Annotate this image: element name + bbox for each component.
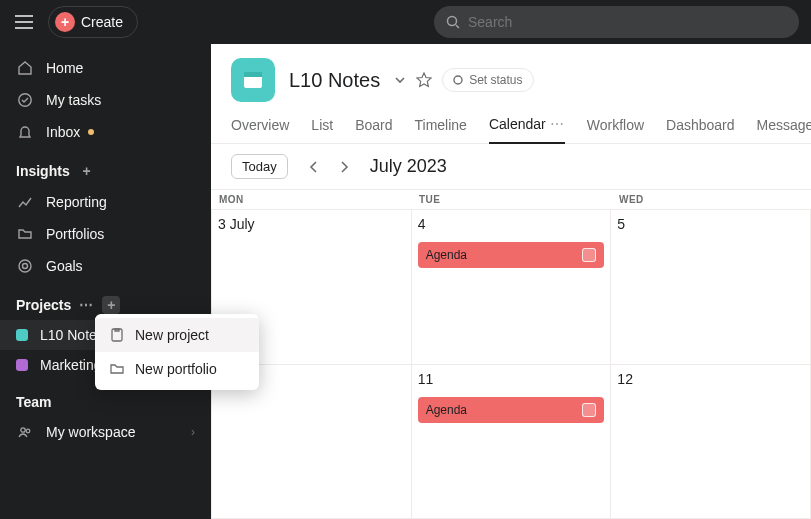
- sidebar-label: Reporting: [46, 194, 107, 210]
- menu-item-new-portfolio[interactable]: New portfolio: [95, 352, 259, 386]
- tab-board[interactable]: Board: [355, 116, 392, 143]
- search-icon: [446, 15, 460, 29]
- calendar-cell[interactable]: 5: [611, 210, 811, 364]
- menu-label: New portfolio: [135, 361, 217, 377]
- tab-dashboard[interactable]: Dashboard: [666, 116, 735, 143]
- project-header: L10 Notes Set status: [211, 44, 811, 102]
- svg-point-2: [19, 260, 31, 272]
- menu-label: New project: [135, 327, 209, 343]
- projects-context-menu: New project New portfolio: [95, 314, 259, 390]
- calendar-cell[interactable]: 11 Agenda: [412, 365, 612, 519]
- calendar-cell[interactable]: 4 Agenda: [412, 210, 612, 364]
- top-bar: + Create: [0, 0, 811, 44]
- tab-overview[interactable]: Overview: [231, 116, 289, 143]
- sidebar-label: Goals: [46, 258, 83, 274]
- svg-point-3: [23, 264, 28, 269]
- sidebar-item-workspace[interactable]: My workspace ›: [0, 416, 211, 448]
- sidebar-label: Home: [46, 60, 83, 76]
- add-insight-button[interactable]: +: [78, 162, 96, 180]
- menu-item-new-project[interactable]: New project: [95, 318, 259, 352]
- month-label: July 2023: [370, 156, 447, 177]
- section-label: Insights: [16, 163, 70, 179]
- svg-point-5: [26, 429, 30, 433]
- tab-calendar[interactable]: Calendar⋯: [489, 116, 565, 144]
- bell-icon: [16, 123, 34, 141]
- people-icon: [16, 423, 34, 441]
- set-status-button[interactable]: Set status: [442, 68, 533, 92]
- today-button[interactable]: Today: [231, 154, 288, 179]
- sidebar: Home My tasks Inbox Insights + Reporting…: [0, 44, 211, 519]
- day-header: TUE: [411, 190, 611, 209]
- search-input[interactable]: [468, 14, 787, 30]
- more-icon[interactable]: ⋯: [550, 116, 565, 132]
- tab-messages[interactable]: Messages: [757, 116, 811, 143]
- check-circle-icon: [16, 91, 34, 109]
- calendar-cell[interactable]: 12: [611, 365, 811, 519]
- task-label: Agenda: [426, 248, 467, 262]
- target-icon: [16, 257, 34, 275]
- sidebar-item-portfolios[interactable]: Portfolios: [0, 218, 211, 250]
- sidebar-item-home[interactable]: Home: [0, 52, 211, 84]
- project-icon: [231, 58, 275, 102]
- calendar-toolbar: Today July 2023: [211, 144, 811, 189]
- sidebar-section-insights: Insights +: [0, 148, 211, 186]
- section-label: Projects: [16, 297, 71, 313]
- project-color-icon: [16, 359, 28, 371]
- sidebar-item-goals[interactable]: Goals: [0, 250, 211, 282]
- circle-icon: [453, 75, 463, 85]
- unread-dot-icon: [88, 129, 94, 135]
- folder-icon: [16, 225, 34, 243]
- menu-toggle-icon[interactable]: [12, 10, 36, 34]
- home-icon: [16, 59, 34, 77]
- main-content: L10 Notes Set status Overview List Board…: [211, 44, 811, 519]
- sidebar-item-mytasks[interactable]: My tasks: [0, 84, 211, 116]
- search-box[interactable]: [434, 6, 799, 38]
- task-chip[interactable]: Agenda: [418, 397, 605, 423]
- sidebar-item-reporting[interactable]: Reporting: [0, 186, 211, 218]
- svg-point-4: [21, 428, 25, 432]
- checkbox-icon[interactable]: [582, 403, 596, 417]
- clipboard-icon: [109, 327, 125, 343]
- status-label: Set status: [469, 73, 522, 87]
- svg-point-1: [19, 94, 31, 106]
- date-label: 5: [617, 216, 804, 232]
- tabs: Overview List Board Timeline Calendar⋯ W…: [211, 102, 811, 144]
- date-label: 12: [617, 371, 804, 387]
- date-label: 11: [418, 371, 605, 387]
- chevron-right-icon: ›: [191, 425, 195, 439]
- svg-rect-7: [244, 72, 262, 77]
- sidebar-label: Inbox: [46, 124, 80, 140]
- day-header: MON: [211, 190, 411, 209]
- checkbox-icon[interactable]: [582, 248, 596, 262]
- create-button[interactable]: + Create: [48, 6, 138, 38]
- sidebar-label: My workspace: [46, 424, 135, 440]
- next-month-button[interactable]: [332, 155, 356, 179]
- plus-icon: +: [55, 12, 75, 32]
- project-title: L10 Notes: [289, 69, 380, 92]
- task-label: Agenda: [426, 403, 467, 417]
- task-chip[interactable]: Agenda: [418, 242, 605, 268]
- section-label: Team: [16, 394, 52, 410]
- sidebar-item-inbox[interactable]: Inbox: [0, 116, 211, 148]
- chart-icon: [16, 193, 34, 211]
- sidebar-label: Portfolios: [46, 226, 104, 242]
- sidebar-label: My tasks: [46, 92, 101, 108]
- add-project-button[interactable]: +: [102, 296, 120, 314]
- sidebar-label: Marketing: [40, 357, 101, 373]
- date-label: 4: [418, 216, 605, 232]
- folder-icon: [109, 361, 125, 377]
- day-header: WED: [611, 190, 811, 209]
- svg-point-0: [448, 17, 457, 26]
- more-icon[interactable]: ⋯: [79, 297, 94, 313]
- tab-list[interactable]: List: [311, 116, 333, 143]
- calendar-day-headers: MON TUE WED: [211, 189, 811, 210]
- prev-month-button[interactable]: [302, 155, 326, 179]
- tab-timeline[interactable]: Timeline: [415, 116, 467, 143]
- calendar-grid: 3 July 4 Agenda 5 11: [211, 210, 811, 519]
- tab-workflow[interactable]: Workflow: [587, 116, 644, 143]
- date-label: 3 July: [218, 216, 405, 232]
- create-label: Create: [81, 14, 123, 30]
- project-color-icon: [16, 329, 28, 341]
- chevron-down-icon[interactable]: [394, 74, 406, 86]
- star-icon[interactable]: [416, 72, 432, 88]
